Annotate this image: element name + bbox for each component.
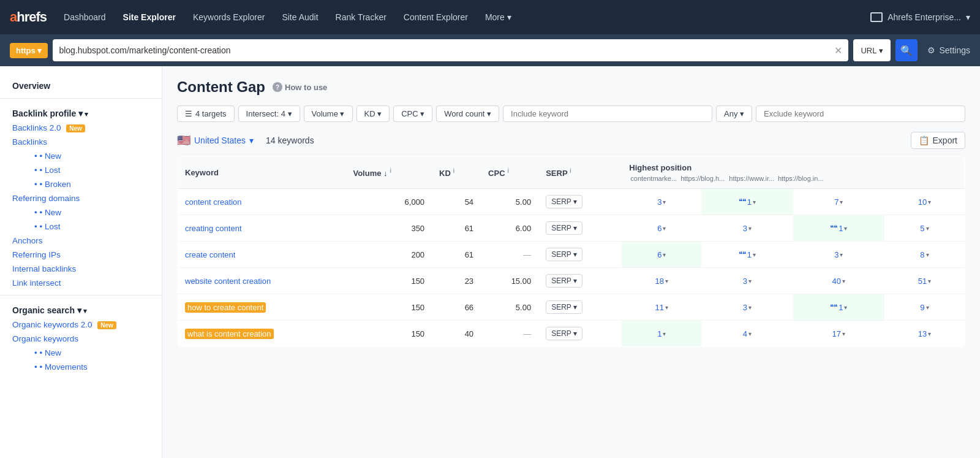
position-value[interactable]: 3▾ [743, 277, 752, 286]
keyword-cell: how to create content [178, 294, 346, 321]
sidebar-backlinks[interactable]: Backlinks [0, 135, 162, 149]
position-value[interactable]: 1▾ [657, 329, 666, 338]
serp-button[interactable]: SERP ▾ [546, 195, 582, 208]
export-button[interactable]: 📋 Export [911, 132, 965, 149]
position-value[interactable]: 4▾ [743, 329, 752, 338]
nav-keywords-explorer[interactable]: Keywords Explorer [186, 7, 273, 27]
word-count-filter[interactable]: Word count ▾ [436, 105, 499, 122]
position-value[interactable]: 6▾ [657, 250, 666, 259]
clear-url-icon[interactable]: ✕ [834, 45, 842, 56]
serp-button[interactable]: SERP ▾ [546, 327, 582, 340]
sidebar-backlinks-broken[interactable]: • Broken [22, 177, 162, 191]
position-value[interactable]: ❝❝ 1▾ [739, 250, 756, 259]
position-value[interactable]: 13▾ [918, 329, 931, 338]
sidebar-referring-domains-new[interactable]: • New [22, 205, 162, 219]
position-value[interactable]: 18▾ [655, 277, 668, 286]
volume-info-icon[interactable]: i [390, 167, 391, 174]
position-value[interactable]: ❝❝ 1▾ [739, 197, 756, 207]
position-value[interactable]: 7▾ [834, 197, 843, 207]
nav-site-explorer[interactable]: Site Explorer [116, 7, 183, 27]
keyword-link[interactable]: content creation [185, 197, 242, 207]
any-filter[interactable]: Any ▾ [716, 105, 752, 122]
pos-cell-3: 51▾ [884, 268, 965, 294]
cpc-info-icon[interactable]: i [507, 167, 509, 174]
serp-button[interactable]: SERP ▾ [546, 300, 582, 314]
volume-filter[interactable]: Volume ▾ [304, 105, 353, 122]
nav-more[interactable]: More ▾ [478, 7, 519, 27]
position-value[interactable]: 51▾ [918, 277, 931, 286]
keyword-link[interactable]: how to create content [185, 302, 266, 313]
position-value[interactable]: 6▾ [657, 224, 666, 233]
nav-site-audit[interactable]: Site Audit [274, 7, 325, 27]
sidebar-referring-ips[interactable]: Referring IPs [0, 248, 162, 262]
nav-dashboard[interactable]: Dashboard [56, 7, 113, 27]
position-value[interactable]: 8▾ [920, 250, 929, 259]
keyword-link[interactable]: create content [185, 250, 235, 259]
country-selector[interactable]: 🇺🇸 United States ▾ [177, 134, 254, 147]
serp-button[interactable]: SERP ▾ [546, 248, 582, 261]
position-value[interactable]: 10▾ [918, 197, 931, 207]
sidebar-organic-new[interactable]: • New [22, 346, 162, 360]
position-value[interactable]: 3▾ [834, 250, 843, 259]
down-arrow-icon: ▾ [928, 278, 931, 284]
serp-cell: SERP ▾ [538, 242, 622, 268]
sidebar-organic-keywords-2[interactable]: Organic keywords 2.0 New [0, 318, 162, 332]
cpc-filter[interactable]: CPC ▾ [393, 105, 432, 122]
how-to-use[interactable]: ? How to use [273, 82, 327, 92]
intersect-filter[interactable]: Intersect: 4 ▾ [238, 105, 300, 122]
position-value[interactable]: 9▾ [920, 303, 929, 312]
sidebar-link-intersect[interactable]: Link intersect [0, 276, 162, 290]
kd-info-icon[interactable]: i [453, 167, 455, 174]
position-value[interactable]: 17▾ [832, 329, 845, 338]
targets-filter[interactable]: ☰ 4 targets [177, 105, 235, 122]
include-keyword-input[interactable] [503, 105, 712, 122]
position-value[interactable]: 11▾ [655, 303, 668, 312]
sidebar-organic-search[interactable]: Organic search ▾ [0, 300, 162, 318]
position-value[interactable]: 5▾ [920, 224, 929, 233]
search-button[interactable]: 🔍 [895, 39, 918, 61]
pos-cell-2: 17▾ [793, 321, 884, 347]
sidebar-referring-domains[interactable]: Referring domains [0, 191, 162, 205]
kd-filter[interactable]: KD ▾ [356, 105, 390, 122]
exclude-keyword-input[interactable] [756, 105, 965, 122]
col-volume[interactable]: Volume ↓ i [345, 157, 432, 189]
sidebar-overview[interactable]: Overview [0, 76, 162, 93]
col-cpc[interactable]: CPC i [481, 157, 538, 189]
nav-rank-tracker[interactable]: Rank Tracker [328, 7, 394, 27]
serp-info-icon[interactable]: i [570, 167, 571, 174]
nav-content-explorer[interactable]: Content Explorer [396, 7, 475, 27]
page-title-area: Content Gap ? How to use [177, 78, 965, 96]
url-type-button[interactable]: URL ▾ [853, 39, 891, 61]
keyword-link[interactable]: creating content [185, 224, 242, 233]
sidebar-organic-movements[interactable]: • Movements [22, 360, 162, 374]
url-input[interactable] [59, 45, 831, 55]
cpc-cell: 15.00 [481, 268, 538, 294]
sidebar-referring-domains-lost[interactable]: • Lost [22, 219, 162, 234]
sidebar-backlink-profile[interactable]: Backlink profile ▾ [0, 104, 162, 121]
position-value[interactable]: ❝❝ 1▾ [830, 303, 847, 312]
position-value[interactable]: ❝❝ 1▾ [830, 224, 847, 233]
keyword-link[interactable]: what is content creation [185, 329, 274, 339]
position-value[interactable]: 3▾ [743, 224, 752, 233]
sidebar-anchors[interactable]: Anchors [0, 234, 162, 248]
position-value[interactable]: 3▾ [743, 303, 752, 312]
position-value[interactable]: 40▾ [832, 277, 845, 286]
sidebar-internal-backlinks[interactable]: Internal backlinks [0, 262, 162, 276]
sidebar-backlinks-lost[interactable]: • Lost [22, 163, 162, 177]
keyword-link[interactable]: website content creation [185, 277, 271, 286]
sidebar-organic-keywords[interactable]: Organic keywords [0, 332, 162, 346]
quote-icon: ❝❝ [830, 303, 837, 311]
protocol-button[interactable]: https ▾ [10, 43, 48, 58]
sidebar-backlinks-2[interactable]: Backlinks 2.0 New [0, 121, 162, 135]
sliders-icon: ☰ [185, 109, 192, 118]
serp-button[interactable]: SERP ▾ [546, 274, 582, 288]
nav-account[interactable]: Ahrefs Enterprise... ▾ [870, 12, 970, 22]
serp-button[interactable]: SERP ▾ [546, 221, 582, 235]
col-kd[interactable]: KD i [432, 157, 481, 189]
sidebar-backlinks-new[interactable]: • New [22, 149, 162, 163]
col-serp[interactable]: SERP i [538, 157, 622, 189]
position-value[interactable]: 3▾ [657, 197, 666, 207]
chevron-down-icon: ▾ [573, 197, 577, 206]
volume-cell: 200 [345, 242, 432, 268]
settings-button[interactable]: ⚙ Settings [927, 45, 970, 55]
